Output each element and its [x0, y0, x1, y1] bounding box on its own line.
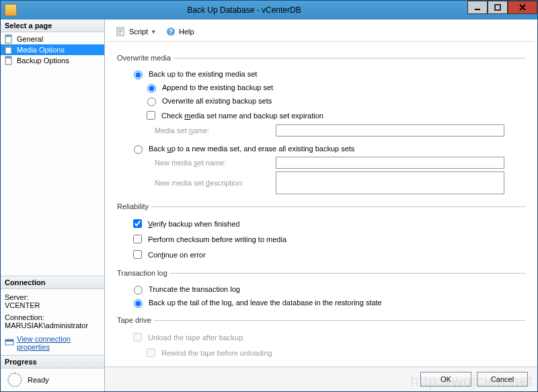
sidebar-item-backup-options[interactable]: Backup Options	[1, 55, 104, 66]
checksum-checkbox[interactable]	[133, 235, 142, 243]
page-icon	[3, 34, 14, 44]
new-media-desc-label: New media set description:	[155, 179, 276, 187]
verify-checkbox[interactable]	[133, 219, 142, 228]
svg-rect-5	[5, 35, 11, 37]
ok-button[interactable]: OK	[420, 372, 471, 387]
backup-tail-label: Back up the tail of the log, and leave t…	[149, 299, 382, 307]
tape-legend: Tape drive	[117, 316, 154, 324]
connection-panel: Connection Server: VCENTER Connection: M…	[1, 276, 104, 355]
connection-value: MARUSIAK\administrator	[5, 321, 100, 329]
media-set-name-input	[276, 124, 504, 136]
svg-rect-1	[495, 5, 500, 10]
truncate-label: Truncate the transaction log	[149, 285, 240, 293]
minimize-button[interactable]	[467, 1, 488, 14]
svg-rect-7	[5, 46, 11, 48]
script-icon	[116, 26, 126, 37]
dialog-footer: OK Cancel	[105, 366, 537, 391]
checksum-label: Perform checksum before writing to media	[148, 235, 286, 243]
help-icon: ?	[165, 26, 176, 37]
help-button[interactable]: ? Help	[163, 25, 197, 38]
script-label: Script	[129, 28, 148, 36]
tape-drive-group: Tape drive Unload the tape after backup …	[117, 316, 525, 362]
unload-tape-checkbox	[133, 333, 142, 342]
new-media-desc-input	[276, 171, 504, 194]
maximize-button[interactable]	[488, 1, 508, 14]
overwrite-all-radio[interactable]	[147, 97, 156, 106]
main-panel: Script ▼ ? Help Overwrite media Back up …	[105, 19, 537, 391]
svg-rect-11	[5, 340, 13, 342]
connection-header: Connection	[1, 276, 104, 289]
backup-existing-radio[interactable]	[134, 71, 143, 79]
reliability-group: Reliability Verify backup when finished …	[117, 202, 525, 264]
connection-label: Connection:	[5, 313, 100, 321]
dropdown-icon: ▼	[151, 29, 156, 35]
server-label: Server:	[5, 293, 100, 301]
script-button[interactable]: Script ▼	[113, 25, 159, 38]
sidebar-header: Select a page	[1, 19, 104, 32]
overwrite-media-group: Overwrite media Back up to the existing …	[117, 54, 525, 197]
window-title: Back Up Database - vCenterDB	[21, 5, 467, 15]
new-media-name-label: New media set name:	[155, 159, 276, 167]
view-connection-properties-link[interactable]: View connection properties	[17, 335, 100, 351]
svg-line-2	[520, 5, 525, 10]
rewind-tape-checkbox	[147, 348, 155, 357]
sidebar-item-general[interactable]: General	[1, 34, 104, 44]
append-label: Append to the existing backup set	[162, 83, 273, 91]
backup-new-set-radio[interactable]	[134, 145, 143, 154]
toolbar: Script ▼ ? Help	[108, 22, 535, 42]
sidebar-item-label: General	[17, 35, 43, 43]
check-media-checkbox[interactable]	[147, 111, 155, 120]
cancel-button[interactable]: Cancel	[477, 372, 528, 387]
transaction-log-group: Transaction log Truncate the transaction…	[117, 269, 525, 311]
continue-error-checkbox[interactable]	[133, 250, 142, 259]
backup-tail-radio[interactable]	[134, 299, 143, 308]
reliability-legend: Reliability	[117, 202, 151, 210]
overwrite-legend: Overwrite media	[117, 54, 174, 62]
progress-header: Progress	[1, 356, 104, 368]
sidebar-item-label: Media Options	[17, 46, 65, 54]
tlog-legend: Transaction log	[117, 269, 170, 277]
overwrite-all-label: Overwrite all existing backup sets	[162, 97, 272, 105]
continue-error-label: Continue on error	[148, 251, 206, 259]
rewind-tape-label: Rewind the tape before unloading	[161, 349, 272, 357]
unload-tape-label: Unload the tape after backup	[148, 334, 243, 342]
app-icon	[5, 4, 17, 16]
check-media-label: Check media set name and backup set expi…	[161, 112, 323, 120]
truncate-radio[interactable]	[134, 286, 143, 295]
help-label: Help	[179, 28, 194, 36]
page-icon	[3, 56, 14, 65]
verify-label: Verify backup when finished	[148, 220, 239, 228]
sidebar: Select a page General Media Options Back…	[1, 19, 105, 391]
svg-line-3	[520, 5, 525, 10]
media-set-name-label: Media set name:	[155, 126, 276, 134]
backup-existing-label: Back up to the existing media set	[149, 70, 257, 78]
progress-panel: Progress Ready	[1, 355, 104, 391]
sidebar-item-media-options[interactable]: Media Options	[1, 44, 104, 55]
progress-spinner-icon	[7, 373, 22, 387]
new-media-name-input	[276, 157, 504, 169]
link-icon	[5, 338, 14, 348]
progress-status: Ready	[28, 376, 49, 384]
append-radio[interactable]	[147, 84, 156, 93]
close-button[interactable]	[508, 1, 537, 14]
svg-rect-9	[5, 56, 11, 58]
server-value: VCENTER	[5, 301, 100, 309]
sidebar-item-label: Backup Options	[17, 56, 69, 65]
backup-new-set-label: Back up to a new media set, and erase al…	[149, 145, 354, 153]
titlebar: Back Up Database - vCenterDB	[1, 1, 537, 19]
svg-text:?: ?	[169, 28, 173, 36]
page-icon	[3, 45, 14, 54]
